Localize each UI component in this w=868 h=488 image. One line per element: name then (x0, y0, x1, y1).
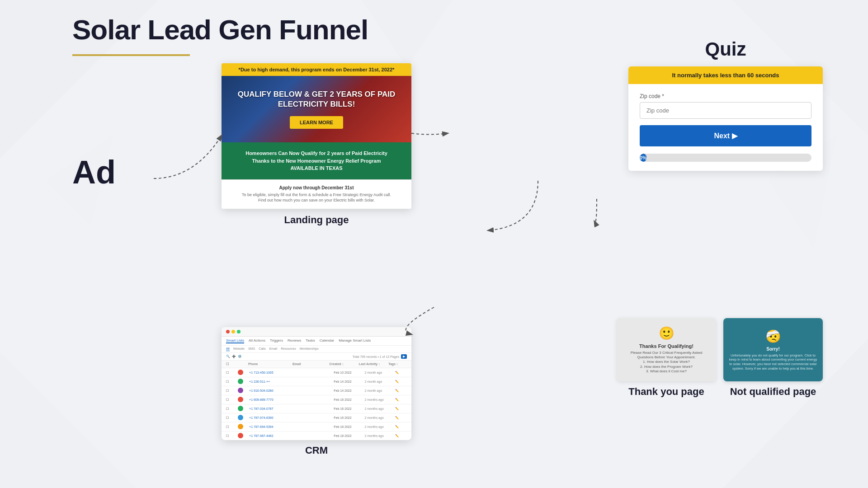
quiz-progress-bar: 0% (640, 154, 811, 162)
crm-row-created: Feb 14 2022 (334, 380, 364, 383)
crm-table-row[interactable]: ☐ +1 787-034-0787 Feb 16 2022 2 months a… (222, 404, 411, 413)
crm-row-check[interactable]: ☐ (226, 380, 238, 384)
crm-tab-email[interactable]: Email (269, 347, 278, 351)
crm-nav-all-actions[interactable]: All Actions (249, 338, 265, 343)
crm-tab-calls[interactable]: Calls (259, 347, 266, 351)
crm-pagination-btn[interactable]: ▶ (401, 354, 407, 359)
lp-green-section: Homeowners Can Now Qualify for 2 years o… (222, 142, 411, 179)
lp-hero: QUALIFY BELOW & GET 2 YEARS OF PAID ELEC… (222, 76, 411, 142)
thank-you-emoji: 🙂 (659, 326, 675, 341)
crm-row-check[interactable]: ☐ (226, 416, 238, 420)
result-pages: 🙂 Thanks For Qualifying! Please Read Our… (617, 318, 823, 398)
crm-table-body: ☐ +1 713-450-1005 Feb 10 2022 2 month ag… (222, 368, 411, 440)
crm-nav-calendar[interactable]: Calendar (320, 338, 334, 343)
crm-card: Smart Lists All Actions Triggers Reviews… (222, 327, 411, 440)
crm-row-check[interactable]: ☐ (226, 434, 238, 438)
crm-table-row[interactable]: ☐ +1 787-694-5394 Feb 18 2022 2 months a… (222, 422, 411, 432)
quiz-title: Quiz (628, 38, 823, 60)
crm-tab-memberships[interactable]: Memberships (300, 347, 319, 351)
crm-row-phone: +1 787-974-6390 (249, 416, 295, 419)
crm-row-phone: +1 787-987-4462 (249, 434, 295, 437)
crm-row-avatar (238, 388, 250, 394)
crm-row-check[interactable]: ☐ (226, 407, 238, 411)
crm-col-check: ☐ (226, 362, 237, 366)
thank-you-card-title: Thanks For Qualifying! (639, 343, 693, 349)
thank-you-section: 🙂 Thanks For Qualifying! Please Read Our… (617, 318, 716, 398)
crm-row-check[interactable]: ☐ (226, 425, 238, 429)
crm-row-tags: ✏️ (395, 407, 407, 411)
landing-page-card: *Due to high demand, this program ends o… (222, 63, 411, 209)
crm-table-row[interactable]: ☐ +1 787-987-4462 Feb 18 2022 2 months a… (222, 432, 411, 440)
crm-table-row[interactable]: ☐ +1 713-450-1005 Feb 10 2022 2 month ag… (222, 368, 411, 377)
ad-label: Ad (72, 154, 116, 191)
crm-table-row[interactable]: ☐ +1 226-511-++ Feb 14 2022 2 month ago … (222, 377, 411, 386)
crm-tab-sms[interactable]: SMS (248, 347, 255, 351)
crm-row-avatar (238, 424, 250, 430)
crm-window-header (222, 327, 411, 337)
crm-total-text: Total 795 records • 1 of 13 Pages (353, 355, 399, 358)
crm-tab-resources[interactable]: Resources (281, 347, 296, 351)
lp-hero-title: QUALIFY BELOW & GET 2 YEARS OF PAID ELEC… (231, 89, 402, 109)
crm-row-tags: ✏️ (395, 434, 407, 438)
crm-row-check[interactable]: ☐ (226, 371, 238, 375)
crm-row-tags: ✏️ (395, 398, 407, 402)
crm-row-activity: 2 month ago (364, 380, 395, 383)
crm-section: Smart Lists All Actions Triggers Reviews… (222, 327, 411, 456)
crm-row-activity: 2 months ago (364, 416, 395, 419)
crm-row-avatar (238, 406, 250, 412)
crm-row-avatar (238, 433, 250, 439)
quiz-next-button[interactable]: Next ▶ (640, 125, 811, 146)
crm-tab-website[interactable]: Website (233, 347, 245, 351)
quiz-zip-input[interactable] (640, 102, 811, 119)
crm-row-check[interactable]: ☐ (226, 398, 238, 402)
lp-green-text: Homeowners Can Now Qualify for 2 years o… (231, 150, 402, 172)
lp-learn-button[interactable]: LEARN MORE (290, 116, 343, 129)
crm-minimize-dot (231, 330, 235, 333)
crm-nav-triggers[interactable]: Triggers (270, 338, 283, 343)
crm-table-row[interactable]: ☐ +1 910-504-0280 Feb 14 2022 2 month ag… (222, 386, 411, 395)
crm-row-tags: ✏️ (395, 389, 407, 393)
crm-row-activity: 2 month ago (364, 389, 395, 392)
crm-toolbar-search[interactable]: 🔍 (226, 355, 230, 358)
not-qualified-card: 🤕 Sorry! Unfortunately you do not qualif… (723, 318, 823, 381)
crm-row-phone: +1 713-450-1005 (249, 371, 295, 374)
quiz-next-label: Next ▶ (714, 131, 737, 140)
thank-you-card: 🙂 Thanks For Qualifying! Please Read Our… (617, 318, 716, 381)
crm-nav: Smart Lists All Actions Triggers Reviews… (222, 337, 411, 346)
quiz-zip-label: Zip code * (640, 93, 811, 99)
crm-row-check[interactable]: ☐ (226, 389, 238, 393)
crm-col-tags: Tags ↕ (388, 362, 407, 366)
quiz-card: It normally takes less than 60 seconds Z… (628, 66, 823, 171)
crm-row-created: Feb 16 2022 (334, 416, 364, 419)
crm-row-tags: ✏️ (395, 416, 407, 420)
crm-tab-all[interactable]: All (226, 347, 230, 351)
crm-row-activity: 2 months ago (364, 425, 395, 428)
crm-table-row[interactable]: ☐ +1 609-889-7770 Feb 16 2022 2 months a… (222, 395, 411, 404)
crm-nav-tasks[interactable]: Tasks (306, 338, 315, 343)
crm-col-color (237, 362, 248, 366)
thank-you-label: Thank you page (617, 386, 716, 398)
crm-toolbar-filter[interactable]: ⚙️ (238, 355, 242, 358)
crm-nav-reviews[interactable]: Reviews (288, 338, 301, 343)
crm-row-phone: +1 910-504-0280 (249, 389, 295, 392)
crm-nav-smart-lists[interactable]: Smart Lists (226, 338, 244, 343)
crm-table-row[interactable]: ☐ +1 787-974-6390 Feb 16 2022 2 months a… (222, 413, 411, 422)
crm-close-dot (226, 330, 230, 333)
crm-nav-manage[interactable]: Manage Smart Lists (339, 338, 371, 343)
crm-toolbar-add[interactable]: ➕ (232, 355, 236, 358)
not-qualified-card-title: Sorry! (766, 347, 779, 352)
not-qualified-emoji: 🤕 (765, 329, 781, 344)
crm-row-activity: 2 months ago (364, 407, 395, 410)
quiz-section: Quiz It normally takes less than 60 seco… (628, 38, 823, 171)
crm-row-activity: 2 month ago (364, 371, 395, 374)
crm-row-created: Feb 14 2022 (334, 389, 364, 392)
not-qualified-label: Not qualified page (723, 386, 823, 398)
crm-row-created: Feb 16 2022 (334, 407, 364, 410)
crm-maximize-dot (237, 330, 241, 333)
crm-row-created: Feb 18 2022 (334, 434, 364, 437)
crm-col-phone: Phone (248, 362, 292, 366)
crm-row-tags: ✏️ (395, 425, 407, 429)
not-qualified-card-text: Unfortunately you do not qualify for our… (729, 353, 817, 371)
crm-label: CRM (222, 445, 411, 456)
lp-banner: *Due to high demand, this program ends o… (222, 63, 411, 76)
